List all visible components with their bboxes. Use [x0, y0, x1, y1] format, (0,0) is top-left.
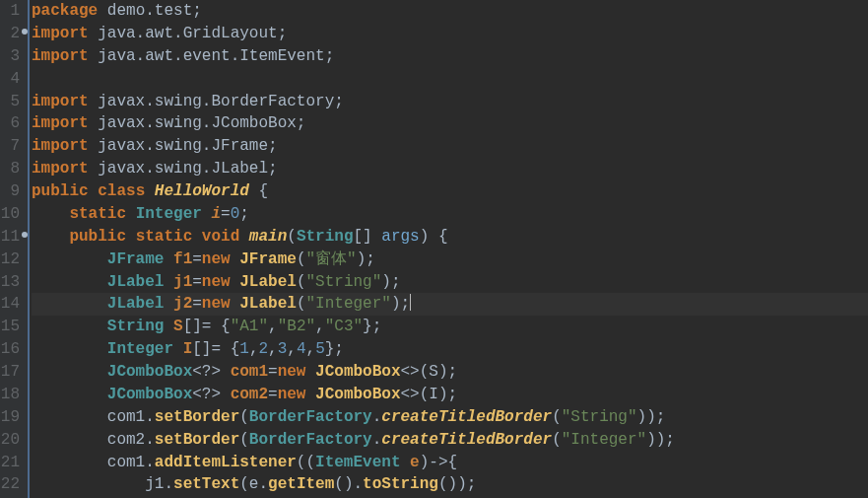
import-path: javax.swing.BorderFactory;: [89, 93, 344, 110]
line-number: 3: [0, 45, 20, 68]
line-number: 12: [0, 249, 20, 271]
code-line-12[interactable]: JFrame f1=new JFrame("窗体");: [32, 249, 868, 271]
line-number: 22: [0, 473, 20, 496]
import-path: java.awt.GridLayout;: [89, 25, 288, 42]
code-line-9[interactable]: public class HelloWorld {: [32, 180, 868, 203]
code-line-6[interactable]: import javax.swing.JComboBox;: [32, 112, 868, 135]
code-line-7[interactable]: import javax.swing.JFrame;: [32, 135, 868, 158]
keyword-import: import: [32, 160, 89, 178]
line-number: 2: [0, 23, 20, 45]
var-name: i: [211, 205, 221, 223]
code-line-5[interactable]: import javax.swing.BorderFactory;: [32, 91, 868, 113]
code-line-19[interactable]: com1.setBorder(BorderFactory.createTitle…: [32, 406, 868, 429]
left-edge-marker: [28, 0, 30, 498]
code-line-21[interactable]: com1.addItemListener((ItemEvent e)->{: [32, 452, 868, 474]
keyword-import: import: [32, 47, 89, 65]
param-name: args: [381, 228, 419, 246]
code-line-8[interactable]: import javax.swing.JLabel;: [32, 158, 868, 180]
line-number: 5: [0, 91, 20, 113]
keyword-public: public: [32, 182, 89, 200]
keyword-class: class: [98, 182, 145, 200]
code-line-16[interactable]: Integer I[]= {1,2,3,4,5};: [32, 338, 868, 361]
import-path: javax.swing.JFrame;: [89, 137, 278, 155]
code-line-1[interactable]: package demo.test;: [32, 0, 868, 23]
line-number: 20: [0, 429, 20, 452]
code-line-17[interactable]: JComboBox<?> com1=new JComboBox<>(S);: [32, 361, 868, 384]
line-number: 9: [0, 180, 20, 203]
code-line-2[interactable]: import java.awt.GridLayout;: [32, 23, 868, 45]
keyword-import: import: [32, 114, 89, 132]
line-number-gutter: 12345678910111213141516171819202122: [0, 0, 28, 498]
keyword-import: import: [32, 137, 89, 155]
line-number: 11: [0, 226, 20, 249]
text-cursor: [410, 294, 411, 312]
line-number: 8: [0, 158, 20, 180]
import-path: javax.swing.JLabel;: [89, 160, 278, 178]
line-number: 21: [0, 452, 20, 474]
code-line-4[interactable]: [32, 68, 868, 91]
pkg-path: demo.test;: [98, 2, 202, 20]
code-line-14-current[interactable]: JLabel j2=new JLabel("Integer");: [32, 293, 868, 316]
code-editor[interactable]: package demo.test; import java.awt.GridL…: [28, 0, 868, 498]
keyword-static: static: [69, 205, 126, 223]
line-number: 14: [0, 293, 20, 316]
line-number: 16: [0, 338, 20, 361]
code-line-11[interactable]: public static void main(String[] args) {: [32, 226, 868, 249]
code-line-3[interactable]: import java.awt.event.ItemEvent;: [32, 45, 868, 68]
method-name: main: [249, 228, 287, 246]
line-number: 18: [0, 384, 20, 406]
import-path: javax.swing.JComboBox;: [89, 114, 306, 132]
code-line-18[interactable]: JComboBox<?> com2=new JComboBox<>(I);: [32, 384, 868, 406]
line-number: 17: [0, 361, 20, 384]
line-number: 1: [0, 0, 20, 23]
line-number: 4: [0, 68, 20, 91]
code-line-20[interactable]: com2.setBorder(BorderFactory.createTitle…: [32, 429, 868, 452]
code-line-10[interactable]: static Integer i=0;: [32, 203, 868, 226]
code-line-22[interactable]: j1.setText(e.getItem().toString());: [32, 473, 868, 496]
import-path: java.awt.event.ItemEvent;: [89, 47, 335, 65]
line-number: 19: [0, 406, 20, 429]
brace: {: [249, 182, 268, 200]
code-line-13[interactable]: JLabel j1=new JLabel("String");: [32, 271, 868, 294]
string-literal: "Integer": [305, 295, 390, 313]
string-literal: "窗体": [305, 250, 356, 268]
line-number: 6: [0, 112, 20, 135]
line-number: 15: [0, 316, 20, 338]
line-number: 7: [0, 135, 20, 158]
keyword-package: package: [32, 2, 98, 20]
line-number: 13: [0, 271, 20, 294]
keyword-import: import: [32, 93, 89, 110]
type: Integer: [136, 205, 202, 223]
string-literal: "String": [305, 273, 381, 291]
line-number: 10: [0, 203, 20, 226]
keyword-import: import: [32, 25, 89, 42]
code-line-15[interactable]: String S[]= {"A1","B2","C3"};: [32, 316, 868, 338]
number-literal: 0: [231, 205, 240, 223]
class-name: HelloWorld: [155, 182, 249, 200]
